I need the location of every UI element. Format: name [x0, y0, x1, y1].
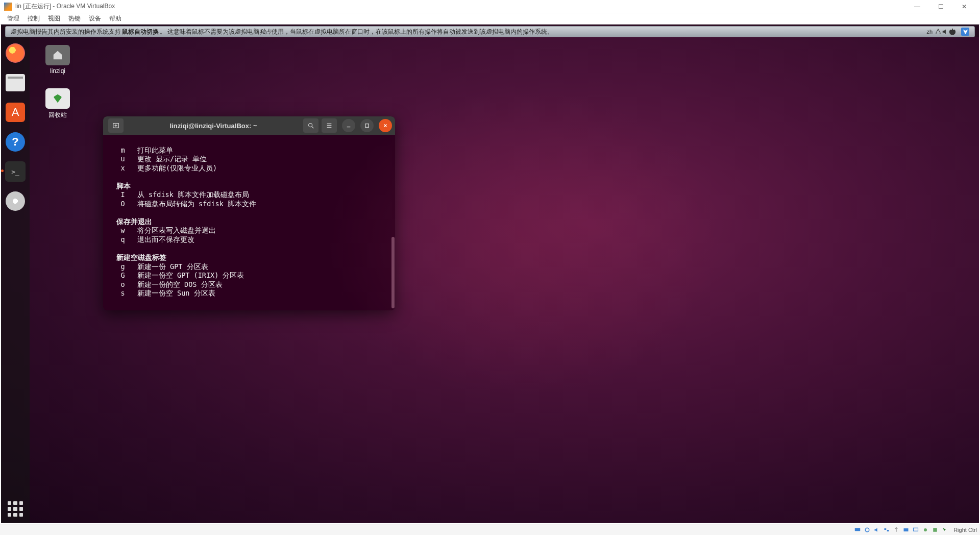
- virtualbox-menubar: 管理 控制 视图 热键 设备 帮助: [0, 13, 980, 25]
- status-network-icon[interactable]: [883, 526, 891, 533]
- minimize-button[interactable]: —: [905, 0, 929, 13]
- maximize-button[interactable]: ☐: [929, 0, 952, 13]
- help-icon: ?: [6, 132, 25, 152]
- svg-rect-5: [885, 528, 887, 530]
- terminal-maximize-button[interactable]: [360, 119, 374, 132]
- volume-icon: [942, 28, 949, 35]
- virtualbox-statusbar: Right Ctrl: [0, 524, 980, 535]
- desktop-home-folder[interactable]: linziqi: [40, 45, 76, 75]
- terminal-window[interactable]: linziqi@linziqi-VirtualBox: ~ m 打印此菜单 u …: [103, 116, 395, 310]
- terminal-output[interactable]: m 打印此菜单 u 更改 显示/记录 单位 x 更多功能(仅限专业人员) 脚本 …: [103, 135, 395, 310]
- close-button[interactable]: ✕: [952, 0, 976, 13]
- term-line: O 将磁盘布局转储为 sfdisk 脚本文件: [108, 200, 256, 208]
- notice-lang-indicator: zh: [924, 28, 935, 35]
- ubuntu-dock: A ? >_: [1, 37, 30, 523]
- dock-terminal[interactable]: >_: [4, 160, 27, 183]
- power-icon: [949, 28, 956, 35]
- notice-text-bold: 鼠标自动切换: [122, 28, 159, 36]
- menu-manage[interactable]: 管理: [3, 14, 23, 23]
- virtualbox-titlebar[interactable]: lin [正在运行] - Oracle VM VirtualBox — ☐ ✕: [0, 0, 980, 13]
- status-hdd-icon[interactable]: [853, 526, 862, 533]
- dock-software[interactable]: A: [4, 101, 27, 124]
- terminal-menu-button[interactable]: [322, 118, 337, 133]
- terminal-search-button[interactable]: [303, 118, 318, 133]
- svg-rect-7: [904, 528, 909, 531]
- dock-disc[interactable]: [4, 190, 27, 212]
- desktop-trash[interactable]: 回收站: [40, 88, 76, 119]
- dock-help[interactable]: ?: [4, 131, 27, 153]
- menu-devices[interactable]: 设备: [85, 14, 105, 23]
- window-title: lin [正在运行] - Oracle VM VirtualBox: [15, 2, 115, 11]
- terminal-headerbar[interactable]: linziqi@linziqi-VirtualBox: ~: [103, 116, 395, 135]
- menu-view[interactable]: 视图: [44, 14, 64, 23]
- trash-icon: [45, 88, 70, 109]
- term-section-header: 新建空磁盘标签: [108, 253, 166, 261]
- term-section-header: 保存并退出: [108, 217, 152, 226]
- new-tab-button[interactable]: [108, 118, 124, 133]
- desktop-home-label: linziqi: [40, 67, 76, 75]
- svg-point-9: [924, 528, 927, 531]
- menu-hotkeys[interactable]: 热键: [64, 14, 85, 23]
- terminal-minimize-button[interactable]: [342, 119, 355, 132]
- guest-display[interactable]: 虚拟电脑报告其内所安装的操作系统支持 鼠标自动切换 。 这意味着鼠标不需要为该虚…: [1, 25, 979, 523]
- term-line: o 新建一份的空 DOS 分区表: [108, 280, 223, 288]
- desktop-trash-label: 回收站: [40, 111, 76, 119]
- notice-dismiss-button[interactable]: ⮟: [961, 28, 969, 36]
- status-shared-folders-icon[interactable]: [902, 526, 910, 533]
- status-usb-icon[interactable]: [892, 526, 900, 533]
- files-icon: [6, 74, 25, 91]
- status-audio-icon[interactable]: [873, 526, 881, 533]
- status-recording-icon[interactable]: [921, 526, 929, 533]
- svg-rect-3: [855, 528, 861, 531]
- network-icon: [935, 28, 942, 35]
- svg-rect-2: [365, 124, 369, 128]
- terminal-title: linziqi@linziqi-VirtualBox: ~: [127, 122, 300, 130]
- terminal-close-button[interactable]: [379, 119, 392, 132]
- firefox-icon: [6, 43, 25, 63]
- software-store-icon: A: [6, 103, 25, 122]
- home-folder-icon: [45, 45, 70, 65]
- terminal-scrollbar[interactable]: [391, 237, 395, 308]
- term-line: G 新建一份空 GPT (IRIX) 分区表: [108, 271, 244, 279]
- term-line: u 更改 显示/记录 单位: [108, 155, 207, 163]
- svg-point-4: [865, 528, 869, 532]
- svg-rect-10: [933, 528, 937, 532]
- terminal-icon: >_: [5, 161, 26, 182]
- disc-icon: [6, 191, 25, 211]
- term-line: w 将分区表写入磁盘并退出: [108, 226, 216, 234]
- notice-text-mid: 。 这意味着鼠标不需要为该虚拟电脑: [160, 28, 259, 36]
- virtualbox-logo-icon: [4, 3, 12, 11]
- term-line: I 从 sfdisk 脚本文件加载磁盘布局: [108, 190, 249, 199]
- dock-firefox[interactable]: [4, 42, 27, 64]
- status-optical-icon[interactable]: [863, 526, 871, 533]
- host-key-indicator: Right Ctrl: [953, 527, 977, 533]
- svg-rect-6: [887, 530, 889, 531]
- svg-point-1: [309, 124, 312, 127]
- term-line: s 新建一份空 Sun 分区表: [108, 289, 215, 297]
- menu-help[interactable]: 帮助: [105, 14, 126, 23]
- status-display-icon[interactable]: [912, 526, 920, 533]
- status-cpu-icon[interactable]: [931, 526, 939, 533]
- dock-files[interactable]: [4, 71, 27, 94]
- term-line: x 更多功能(仅限专业人员): [108, 164, 217, 172]
- menu-control[interactable]: 控制: [23, 14, 44, 23]
- notice-text-italic: 独占: [259, 28, 272, 36]
- mouse-integration-notice: 虚拟电脑报告其内所安装的操作系统支持 鼠标自动切换 。 这意味着鼠标不需要为该虚…: [5, 26, 975, 37]
- term-line: m 打印此菜单: [108, 146, 173, 154]
- notice-text-pre: 虚拟电脑报告其内所安装的操作系统支持: [11, 28, 121, 36]
- notice-text-post: 使用，当鼠标在虚拟电脑所在窗口时，在该鼠标上的所有操作将自动被发送到该虚拟电脑内…: [272, 28, 553, 36]
- term-line: q 退出而不保存更改: [108, 235, 194, 244]
- svg-rect-8: [914, 528, 918, 531]
- show-applications-button[interactable]: [8, 501, 23, 517]
- status-mouse-integration-icon[interactable]: [941, 526, 949, 533]
- term-line: g 新建一份 GPT 分区表: [108, 262, 208, 271]
- term-section-header: 脚本: [108, 182, 131, 190]
